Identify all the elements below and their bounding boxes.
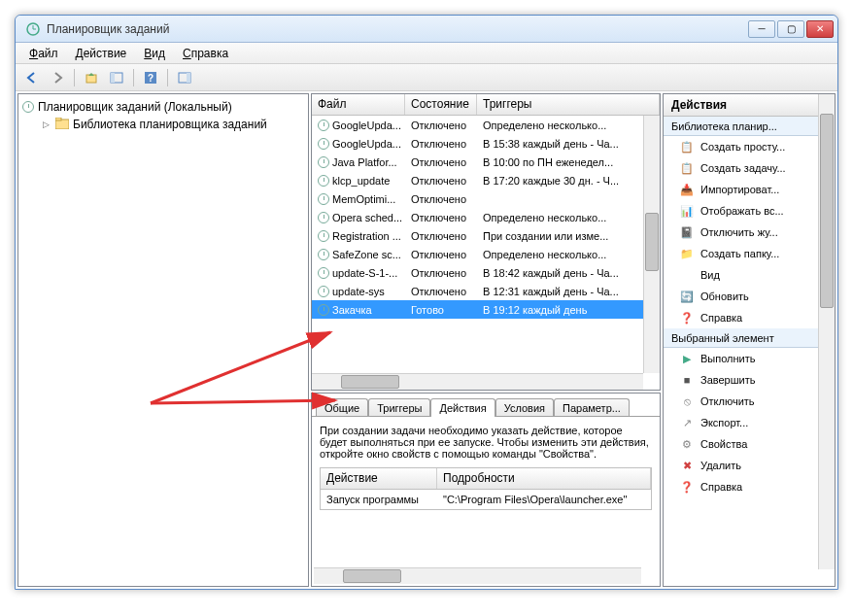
col-file[interactable]: Файл [312,94,405,115]
expander-icon[interactable]: ▷ [40,119,51,130]
tab-triggers[interactable]: Триггеры [368,398,430,417]
col-triggers[interactable]: Триггеры [477,94,660,115]
action-item[interactable]: ⦸Отключить [664,391,835,412]
action-details: "C:\Program Files\Opera\launcher.exe" [443,494,645,505]
menu-file[interactable]: Файл [21,45,66,62]
task-state: Отключено [405,212,477,223]
task-trigger: В 19:12 каждый день [477,304,660,316]
help-button[interactable]: ? [140,67,161,88]
task-state: Отключено [405,286,477,297]
clock-icon [318,286,329,297]
action-icon: 📁 [679,246,695,261]
action-label: Справка [700,312,742,324]
center-pane: Файл Состояние Триггеры GoogleUpda...Отк… [311,93,661,587]
action-item[interactable]: 📋Создать задачу... [664,157,835,179]
detail-hscroll[interactable] [314,567,641,584]
task-row[interactable]: MemOptimi...Отключено [312,189,660,208]
task-trigger: В 15:38 каждый день - Ча... [477,138,660,150]
menu-action[interactable]: Действие [68,45,135,62]
minimize-button[interactable]: ─ [748,20,775,38]
action-item[interactable]: ❓Справка [664,476,835,497]
actions-section-library[interactable]: Библиотека планир... ▴ [664,117,835,136]
action-label: Отображать вс... [700,205,784,217]
task-name: Java Platfor... [332,156,397,168]
action-icon: ⚙ [679,436,695,452]
tab-settings[interactable]: Параметр... [554,398,630,417]
action-row[interactable]: Запуск программы "C:\Program Files\Opera… [321,490,651,509]
task-row[interactable]: Registration ...ОтключеноПри создании ил… [312,226,660,245]
action-icon: ⦸ [679,394,695,409]
task-trigger: При создании или изме... [477,230,660,242]
action-item[interactable]: ✖Удалить [664,455,835,476]
task-row[interactable]: klcp_updateОтключеноВ 17:20 каждые 30 дн… [312,171,660,189]
action-icon: 📥 [679,182,695,197]
tab-conditions[interactable]: Условия [495,398,554,417]
col-state[interactable]: Состояние [405,94,477,115]
tab-actions[interactable]: Действия [430,398,495,417]
task-state: Отключено [405,230,477,242]
vertical-scrollbar[interactable] [643,116,660,373]
action-item[interactable]: ▶Выполнить [664,348,835,369]
action-item[interactable]: 📥Импортироват... [664,179,835,200]
action-label: Завершить [700,374,755,386]
action-icon [679,267,695,283]
action-label: Вид [700,269,720,281]
up-button[interactable] [81,67,102,88]
action-label: Удалить [700,460,741,471]
show-pane-button[interactable] [174,67,195,88]
action-item[interactable]: 🔄Обновить [664,286,835,307]
horizontal-scrollbar[interactable] [312,373,643,390]
action-label: Выполнить [700,353,755,364]
action-icon: 📋 [679,139,695,154]
task-row[interactable]: ЗакачкаГотовоВ 19:12 каждый день [312,300,660,319]
action-item[interactable]: 📋Создать просту... [664,136,835,157]
task-name: GoogleUpda... [332,138,401,150]
clock-icon [318,175,329,187]
menu-help[interactable]: Справка [175,45,236,62]
col-action[interactable]: Действие [321,468,437,489]
task-row[interactable]: update-S-1-...ОтключеноВ 18:42 каждый де… [312,263,660,282]
action-item[interactable]: 📁Создать папку... [664,243,835,264]
titlebar[interactable]: Планировщик заданий ─ ▢ ✕ [16,16,837,43]
action-item[interactable]: ↗Экспорт... [664,412,835,433]
tab-general[interactable]: Общие [316,398,368,417]
show-hide-button[interactable] [106,67,127,88]
action-icon: ✖ [679,458,695,473]
task-row[interactable]: SafeZone sc...ОтключеноОпределено нескол… [312,245,660,263]
task-list-body[interactable]: GoogleUpda...ОтключеноОпределено несколь… [312,116,660,390]
task-row[interactable]: Opera sched...ОтключеноОпределено нескол… [312,208,660,226]
close-button[interactable]: ✕ [806,20,834,38]
actions-section-selected[interactable]: Выбранный элемент ▴ [664,328,835,348]
action-icon: ❓ [679,479,695,495]
action-item[interactable]: Вид▸ [664,264,835,286]
task-row[interactable]: GoogleUpda...ОтключеноВ 15:38 каждый ден… [312,134,660,153]
clock-icon [22,101,34,113]
actions-scrollbar[interactable] [818,94,835,569]
task-row[interactable]: GoogleUpda...ОтключеноОпределено несколь… [312,116,660,134]
content-area: Планировщик заданий (Локальный) ▷ Библио… [16,91,837,589]
clock-icon [318,304,329,316]
task-state: Отключено [405,120,477,131]
task-row[interactable]: Java Platfor...ОтключеноВ 10:00 по ПН еж… [312,153,660,171]
back-button[interactable] [21,67,43,88]
task-state: Отключено [405,156,477,168]
task-scheduler-window: Планировщик заданий ─ ▢ ✕ Файл Действие … [15,15,838,590]
tree-root[interactable]: Планировщик заданий (Локальный) [22,98,304,116]
menu-view[interactable]: Вид [136,45,173,62]
tree-library[interactable]: ▷ Библиотека планировщика заданий [22,116,304,133]
clock-icon [318,193,329,205]
clock-icon [318,230,329,242]
action-item[interactable]: 📊Отображать вс... [664,200,835,222]
action-item[interactable]: ■Завершить [664,369,835,391]
maximize-button[interactable]: ▢ [777,20,804,38]
action-item[interactable]: ⚙Свойства [664,433,835,455]
forward-button[interactable] [47,67,68,88]
col-details[interactable]: Подробности [437,468,651,489]
svg-rect-3 [86,75,96,83]
svg-text:?: ? [148,73,154,84]
folder-icon [55,118,69,132]
task-row[interactable]: update-sysОтключеноВ 12:31 каждый день -… [312,282,660,300]
action-item[interactable]: ❓Справка [664,307,835,328]
action-icon: 🔄 [679,289,695,304]
action-item[interactable]: 📓Отключить жу... [664,222,835,243]
